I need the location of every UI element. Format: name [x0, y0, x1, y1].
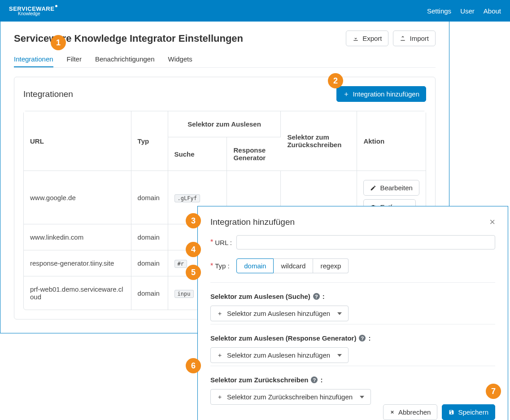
x-icon [390, 410, 395, 415]
type-regexp[interactable]: regexp [313, 258, 349, 273]
tab-integrations[interactable]: Integrationen [14, 52, 53, 67]
save-label: Speichern [458, 408, 488, 416]
type-domain[interactable]: domain [236, 258, 274, 273]
col-action: Aktion [357, 111, 426, 171]
add-read-selector-rg-button[interactable]: Selektor zum Auslesen hinzufügen [210, 347, 349, 363]
url-row: * URL : [210, 235, 495, 249]
panel-title: Integrationen [23, 89, 73, 99]
type-row: * Typ : domain wildcard regexp [210, 258, 495, 273]
upload-icon [400, 35, 406, 42]
required-marker: * [210, 238, 213, 246]
add-read-selector-label: Selektor zum Auslesen hinzufügen [227, 351, 330, 359]
import-button[interactable]: Import [393, 31, 436, 46]
type-group: domain wildcard regexp [236, 258, 349, 273]
required-marker: * [210, 262, 213, 270]
dialog-title: Integration hinzufügen [210, 217, 295, 227]
section-label-write: Selektor zum Zurückschreiben ? : [210, 376, 495, 384]
type-wildcard[interactable]: wildcard [274, 258, 313, 273]
url-input[interactable] [236, 235, 495, 249]
add-integration-button[interactable]: Integration hinzufügen [336, 86, 426, 102]
col-search: Suche [168, 137, 227, 171]
annotation-4: 4 [186, 242, 201, 257]
chevron-down-icon [360, 396, 364, 398]
section-write: Selektor zum Zurückschreiben ? : Selekto… [210, 366, 495, 405]
cell-url: prf-web01.demo.serviceware.cloud [24, 276, 131, 310]
plus-icon [217, 353, 222, 358]
export-button-label: Export [362, 35, 382, 42]
add-integration-dialog: Integration hinzufügen × * URL : * Typ :… [197, 206, 508, 420]
col-selector-read: Selektor zum Auslesen [168, 111, 281, 137]
cell-url: www.google.de [24, 171, 131, 224]
tabs: Integrationen Filter Benachrichtigungen … [14, 52, 436, 68]
download-icon [353, 35, 359, 42]
add-write-selector-button[interactable]: Selektor zum Zurückschreiben hinzufügen [210, 389, 371, 405]
save-button[interactable]: Speichern [442, 404, 495, 420]
tab-notifications[interactable]: Benachrichtigungen [95, 52, 155, 67]
selector-tag: .gLFyf [174, 194, 200, 202]
selector-tag: inpu [174, 290, 194, 298]
import-button-label: Import [410, 35, 429, 42]
tab-widgets[interactable]: Widgets [168, 52, 192, 67]
plus-icon [217, 311, 222, 316]
add-integration-label: Integration hinzufügen [353, 90, 419, 98]
logo: SERVICEWARE Knowledge [9, 6, 57, 16]
annotation-3: 3 [186, 213, 201, 228]
cancel-label: Abbrechen [398, 408, 431, 416]
edit-button[interactable]: Bearbeiten [363, 180, 419, 196]
section-label-read-search: Selektor zum Auslesen (Suche) ? : [210, 293, 495, 300]
plus-icon [343, 91, 349, 97]
section-read-rg: Selektor zum Auslesen (Response Generato… [210, 324, 495, 363]
type-label: Typ : [215, 262, 236, 270]
logo-main-text: SERVICEWARE [9, 6, 57, 12]
annotation-7: 7 [486, 384, 501, 399]
cell-type: domain [131, 250, 168, 276]
section-label-read-rg: Selektor zum Auslesen (Response Generato… [210, 334, 495, 342]
export-button[interactable]: Export [346, 31, 388, 46]
cancel-button[interactable]: Abbrechen [383, 404, 438, 420]
cell-type: domain [131, 276, 168, 310]
col-selector-write: Selektor zum Zurückschreiben [281, 111, 357, 171]
chevron-down-icon [337, 354, 342, 357]
link-about[interactable]: About [484, 7, 501, 15]
close-icon[interactable]: × [489, 217, 495, 227]
annotation-6: 6 [186, 358, 201, 373]
add-read-selector-label: Selektor zum Auslesen hinzufügen [227, 310, 330, 317]
add-write-selector-label: Selektor zum Zurückschreiben hinzufügen [227, 393, 353, 401]
save-icon [449, 409, 454, 415]
import-export-actions: Export Import [346, 31, 436, 46]
page-title-row: Serviceware Knowledge Integrator Einstel… [14, 31, 436, 46]
annotation-2: 2 [328, 73, 343, 88]
help-icon[interactable]: ? [313, 293, 320, 300]
cell-type: domain [131, 171, 168, 224]
panel-header: Integrationen Integration hinzufügen [23, 86, 426, 102]
help-icon[interactable]: ? [311, 376, 318, 383]
page-title: Serviceware Knowledge Integrator Einstel… [14, 33, 243, 44]
cell-url: response-generator.tiiny.site [24, 250, 131, 276]
dialog-header: Integration hinzufügen × [210, 217, 495, 227]
cell-type: domain [131, 224, 168, 250]
plus-icon [217, 394, 222, 400]
link-user[interactable]: User [460, 7, 475, 15]
col-url: URL [24, 111, 131, 171]
url-label: URL : [215, 239, 236, 246]
cell-url: www.linkedin.com [24, 224, 131, 250]
edit-icon [370, 185, 376, 191]
top-header: SERVICEWARE Knowledge Settings User Abou… [0, 0, 510, 22]
header-links: Settings User About [427, 7, 501, 15]
selector-tag: #r [174, 260, 187, 268]
edit-label: Bearbeiten [380, 184, 413, 192]
dialog-footer: Abbrechen Speichern [383, 404, 495, 420]
help-icon[interactable]: ? [359, 335, 366, 341]
section-read-search: Selektor zum Auslesen (Suche) ? : Selekt… [210, 282, 495, 321]
annotation-1: 1 [51, 35, 66, 50]
col-rg: Response Generator [227, 137, 281, 171]
link-settings[interactable]: Settings [427, 7, 451, 15]
add-read-selector-search-button[interactable]: Selektor zum Auslesen hinzufügen [210, 306, 349, 321]
annotation-5: 5 [186, 265, 201, 280]
tab-filter[interactable]: Filter [67, 52, 82, 67]
logo-sub-text: Knowledge [18, 12, 57, 16]
chevron-down-icon [337, 312, 342, 315]
col-type: Typ [131, 111, 168, 171]
